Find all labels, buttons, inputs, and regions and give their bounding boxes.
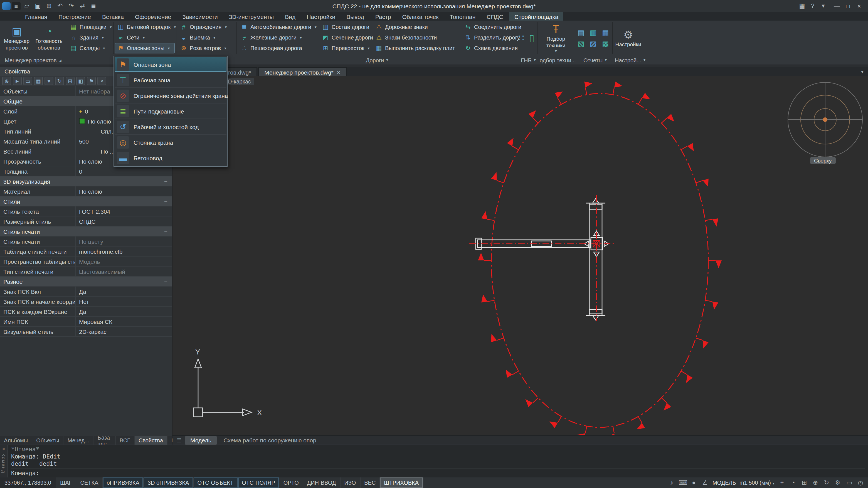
safety-signs-button[interactable]: ⚠ Знаки безопасности [373,32,460,43]
property-value[interactable]: Нет [76,297,172,306]
object-readiness-button[interactable]: ◔ Готовность объектов [33,22,65,55]
property-row[interactable]: Пространство таблицы сти... Модель [0,256,172,267]
close-tab-icon[interactable]: × [337,69,341,75]
property-row[interactable]: Знак ПСК в начале коорди... Нет [0,297,172,307]
panel-tab-manager[interactable]: Менед... [64,436,94,445]
tab-stroyploshchadka[interactable]: Стройплощадка [509,12,563,21]
refresh-icon[interactable]: ↻ [823,479,831,486]
iso-toggle[interactable]: ИЗО [340,478,360,488]
networks-button[interactable]: ≈ Сети [115,32,175,43]
group-label-gnb[interactable]: ГНБ [517,56,540,65]
display-icon[interactable]: ▭ [845,479,854,486]
osnap-toggle[interactable]: оПРИВЯЗКА [103,478,144,488]
otrack-polar-toggle[interactable]: ОТС-ПОЛЯР [238,478,280,488]
concrete-pipe-item[interactable]: ▬ Бетоновод [115,150,226,166]
group-label-tech[interactable]: Подбор техни... [540,56,576,65]
help-icon[interactable]: ? [808,2,817,9]
help-menu-caret-icon[interactable]: ▾ [819,2,827,9]
group-label-settings[interactable]: Настрой... [614,56,646,65]
property-row[interactable]: Тип стилей печати Цветозависимый [0,267,172,277]
property-row[interactable]: Материал По слою [0,186,172,196]
tab-zavisimosti[interactable]: Зависимости [177,12,223,21]
work-zone-item[interactable]: ⊤ Рабочая зона [115,72,226,88]
quick-select-icon[interactable]: ▦ [34,77,43,85]
property-row[interactable]: Разное [0,277,172,286]
group-label-reports[interactable]: Отчеты [576,56,614,65]
crossroad-button[interactable]: ⊞ Перекресток [319,43,371,54]
property-value[interactable]: monochrome.ctb [76,246,172,256]
footpath-button[interactable]: ∴ Пешеходная дорога [238,43,317,54]
space-indicator[interactable]: МОДЕЛЬ [712,480,736,486]
customize-qat-icon[interactable]: ≣ [89,1,98,10]
tab-vyvod[interactable]: Вывод [341,12,369,21]
angle-icon[interactable]: ∠ [701,479,709,486]
property-value[interactable]: Модель [76,256,172,266]
grid-view-icon[interactable]: ⊞ [66,77,74,85]
record-icon[interactable]: ● [690,479,698,486]
save-icon[interactable]: ▣ [33,1,43,10]
zoom-window-icon[interactable]: ⊞ [800,479,808,486]
tab-glavnaya[interactable]: Главная [20,12,52,21]
crane-zone-limit-item[interactable]: ⊘ Ограничение зоны действия крана [115,88,226,103]
property-value[interactable]: Цветозависимый [76,267,172,276]
view-settings-icon[interactable]: ⚙ [834,479,842,486]
layout-tab[interactable]: Схема работ по сооружению опор [218,436,321,444]
road-structure-button[interactable]: ▥ Состав дороги [319,22,371,32]
model-tab[interactable]: Модель [185,436,217,444]
panel-tab-properties[interactable]: Свойства [135,436,167,445]
road-section-button[interactable]: ◩ Сечение дороги [319,32,371,43]
slab-layout-button[interactable]: ▦ Выполнить раскладку плит [373,43,460,54]
property-row[interactable]: Стиль текста ГОСТ 2.304 [0,207,172,216]
pin-icon[interactable]: ⚑ [87,77,96,85]
report-grid-icon[interactable]: ▦ [600,28,611,37]
excavation-button[interactable]: ◒ Выемка [178,32,235,43]
minimize-button[interactable]: — [831,2,842,9]
tab-list-caret-icon[interactable]: ▾ [861,69,864,74]
tab-topoplan[interactable]: Топоплан [444,12,480,21]
property-value[interactable]: По цвету [76,237,172,246]
property-value[interactable]: СПДС [76,216,172,226]
tab-rastr[interactable]: Растр [370,12,396,21]
panel-tab-objects[interactable]: Объекты [32,436,64,445]
ortho-toggle[interactable]: ОРТО [280,478,303,488]
report-sheet-icon[interactable]: ▧ [575,39,586,49]
property-row[interactable]: Толщина 0 [0,166,172,176]
orbit-icon[interactable]: ◔ [789,479,797,486]
osnap-3d-toggle[interactable]: 3D оПРИВЯЗКА [144,478,194,488]
sound-icon[interactable]: ♪ [668,479,676,486]
snap-step-toggle[interactable]: ШАГ [56,478,76,488]
project-manager-button[interactable]: ▣ Менеджер проектов [1,22,32,55]
window-select-icon[interactable]: ▭ [23,77,32,85]
fences-button[interactable]: # Ограждения [178,22,235,32]
gnb-button[interactable]: ∷ [516,26,526,50]
danger-zones-button[interactable]: ⚑ Опасные зоны [115,43,175,54]
settings-button[interactable]: ⚙ Настройки [614,22,643,55]
property-row[interactable]: 3D-визуализация [0,176,172,186]
auto-roads-button[interactable]: ≣ Автомобильные дороги [238,22,317,32]
pan-icon[interactable]: + [778,479,786,486]
danger-zone-item[interactable]: ⚑ Опасная зона [115,57,226,72]
license-icon[interactable]: ▦ [798,2,806,9]
split-road-button[interactable]: ⇅ Разделить дорогу [462,32,514,43]
group-label-roads[interactable]: Дороги [237,56,517,65]
work-idle-travel-item[interactable]: ↺ Рабочий и холостой ход [115,119,226,135]
redo-icon[interactable]: ↷ [66,1,76,10]
hatch-toggle[interactable]: ШТРИХОВКА [380,478,423,488]
report-table-icon[interactable]: ▤ [575,28,586,37]
property-value[interactable]: Да [76,286,172,296]
property-row[interactable]: Размерный стиль СПДС [0,216,172,226]
command-history[interactable]: *Отмена*Команда: DEditdedit - dedit Кома… [8,445,868,478]
property-row[interactable]: ПСК в каждом ВЭкране Да [0,307,172,316]
property-value[interactable]: Мировая СК [76,316,172,326]
property-row[interactable]: Знак ПСК Вкл Да [0,286,172,297]
wind-rose-button[interactable]: ⊛ Роза ветров [178,43,235,54]
tab-postroenie[interactable]: Построение [54,12,96,21]
zoom-icon[interactable]: ⊕ [811,479,819,486]
property-row[interactable]: Имя ПСК Мировая СК [0,316,172,327]
property-value[interactable]: 2D-каркас [76,327,172,336]
property-value[interactable]: Да [76,307,172,316]
tab-3d-instrumenty[interactable]: 3D-инструменты [224,12,279,21]
tab-spds[interactable]: СПДС [482,12,508,21]
property-row[interactable]: Стили [0,196,172,207]
property-row[interactable]: Стиль печати [0,226,172,237]
